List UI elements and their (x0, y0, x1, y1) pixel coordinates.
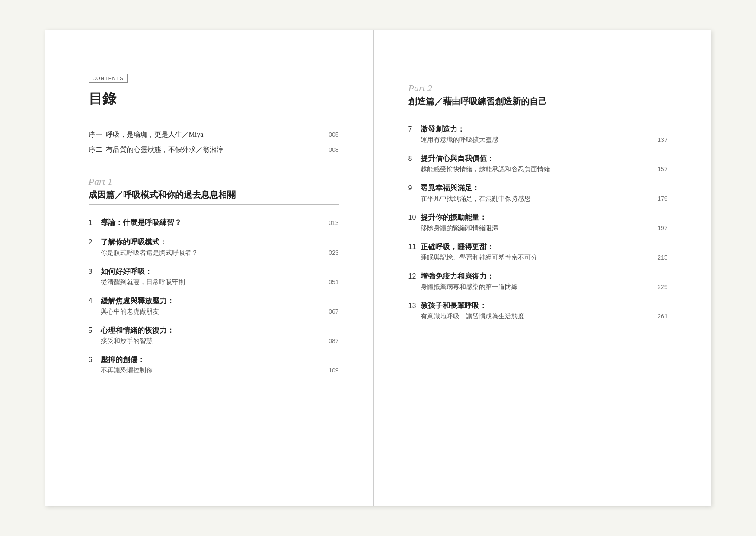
chapter-item-13: 13 教孩子和長輩呼吸： 有意識地呼吸，讓習慣成為生活態度 261 (408, 301, 668, 321)
preface-item-1: 序一 呼吸，是瑜珈，更是人生／Miya 005 (89, 130, 339, 139)
preface-page-2: 008 (317, 146, 339, 153)
chapter-header-12: 12 增強免疫力和康復力： (408, 271, 668, 281)
top-line-left (89, 65, 339, 65)
chapter-title-10: 提升你的振動能量： (421, 212, 668, 222)
preface-item-2: 序二 有品質的心靈狀態，不假外求／翁湘淳 008 (89, 145, 339, 154)
chapter-number-9: 9 (408, 184, 421, 192)
top-line-right (408, 65, 668, 65)
chapter-item-2: 2 了解你的呼吸模式： 你是腹式呼吸者還是胸式呼吸者？ 023 (89, 237, 339, 257)
chapter-number-11: 11 (408, 243, 421, 251)
chapter-subtitle-row-5: 接受和放手的智慧 087 (89, 337, 339, 345)
preface-text-1: 呼吸，是瑜珈，更是人生／Miya (106, 130, 317, 139)
chapter-header-5: 5 心理和情緒的恢復力： (89, 325, 339, 335)
chapter-subtitle-10: 移除身體的緊繃和情緒阻滯 (408, 224, 646, 232)
chapter-subtitle-13: 有意識地呼吸，讓習慣成為生活態度 (408, 312, 646, 321)
chapter-title-4: 緩解焦慮與釋放壓力： (101, 296, 339, 306)
chapter-header-11: 11 正確呼吸，睡得更甜： (408, 242, 668, 252)
chapter-number-2: 2 (89, 238, 101, 246)
book-page: CONTENTS 目錄 序一 呼吸，是瑜珈，更是人生／Miya 005 序二 有… (45, 30, 711, 506)
page: CONTENTS 目錄 序一 呼吸，是瑜珈，更是人生／Miya 005 序二 有… (0, 0, 756, 536)
chapter-subtitle-row-11: 睡眠與記憶、學習和神經可塑性密不可分 215 (408, 254, 668, 262)
right-page: Part 2 創造篇／藉由呼吸練習創造新的自己 7 激發創造力： 運用有意識的呼… (374, 30, 711, 506)
chapter-header-2: 2 了解你的呼吸模式： (89, 237, 339, 247)
chapter-title-11: 正確呼吸，睡得更甜： (421, 242, 668, 252)
chapter-number-8: 8 (408, 155, 421, 163)
chapter-subtitle-7: 運用有意識的呼吸擴大靈感 (408, 136, 646, 144)
chapter-title-5: 心理和情緒的恢復力： (101, 325, 339, 335)
chapter-number-5: 5 (89, 327, 101, 334)
chapter-subtitle-row-10: 移除身體的緊繃和情緒阻滯 197 (408, 224, 668, 232)
left-chapters: 1 導論：什麼是呼吸練習？ 013 2 了解你的呼吸模式： 你是腹式呼吸者還是胸… (89, 218, 339, 375)
chapter-page-4: 067 (317, 308, 339, 315)
right-part-title: 創造篇／藉由呼吸練習創造新的自己 (408, 96, 668, 111)
chapter-title-2: 了解你的呼吸模式： (101, 237, 339, 247)
chapter-item-9: 9 尋覓幸福與滿足： 在平凡中找到滿足，在混亂中保持感恩 179 (408, 183, 668, 203)
preface-page-1: 005 (317, 131, 339, 138)
chapter-page-8: 157 (646, 166, 668, 173)
preface-text-2: 有品質的心靈狀態，不假外求／翁湘淳 (106, 145, 317, 154)
chapter-number-1: 1 (89, 219, 101, 227)
chapter-header-13: 13 教孩子和長輩呼吸： (408, 301, 668, 311)
chapter-title-9: 尋覓幸福與滿足： (421, 183, 668, 193)
preface-section: 序一 呼吸，是瑜珈，更是人生／Miya 005 序二 有品質的心靈狀態，不假外求… (89, 130, 339, 154)
chapter-page-6: 109 (317, 367, 339, 374)
chapter-header-6: 6 壓抑的創傷： (89, 355, 339, 365)
chapter-subtitle-row-4: 與心中的老虎做朋友 067 (89, 308, 339, 316)
chapter-subtitle-12: 身體抵禦病毒和感染的第一道防線 (408, 283, 646, 291)
chapter-subtitle-2: 你是腹式呼吸者還是胸式呼吸者？ (89, 249, 317, 257)
chapter-subtitle-row-13: 有意識地呼吸，讓習慣成為生活態度 261 (408, 312, 668, 321)
chapter-item-10: 10 提升你的振動能量： 移除身體的緊繃和情緒阻滯 197 (408, 212, 668, 232)
chapter-header-9: 9 尋覓幸福與滿足： (408, 183, 668, 193)
chapter-subtitle-5: 接受和放手的智慧 (89, 337, 317, 345)
chapter-title-7: 激發創造力： (421, 124, 668, 134)
chapter-subtitle-row-3: 從清醒到就寢，日常呼吸守則 051 (89, 278, 339, 286)
chapter-subtitle-row-6: 不再讓恐懼控制你 109 (89, 366, 339, 375)
chapter-page-12: 229 (646, 283, 668, 290)
left-part-title: 成因篇／呼吸模式和你的過去息息相關 (89, 189, 339, 205)
chapter-number-10: 10 (408, 214, 421, 221)
chapter-subtitle-row-8: 越能感受愉快情緒，越能承認和容忍負面情緒 157 (408, 165, 668, 173)
chapter-item-7: 7 激發創造力： 運用有意識的呼吸擴大靈感 137 (408, 124, 668, 144)
chapter-item-3: 3 如何好好呼吸： 從清醒到就寢，日常呼吸守則 051 (89, 266, 339, 286)
preface-label-1: 序一 (89, 130, 106, 139)
left-part-section: Part 1 成因篇／呼吸模式和你的過去息息相關 (89, 176, 339, 205)
chapter-page-9: 179 (646, 195, 668, 202)
chapter-subtitle-row-7: 運用有意識的呼吸擴大靈感 137 (408, 136, 668, 144)
chapter-number-4: 4 (89, 297, 101, 305)
chapter-number-12: 12 (408, 273, 421, 280)
right-part-label: Part 2 (408, 83, 668, 94)
chapter-page-5: 087 (317, 337, 339, 344)
chapter-page-3: 051 (317, 279, 339, 286)
page-main-title: 目錄 (89, 90, 339, 109)
chapter-page-10: 197 (646, 225, 668, 231)
chapter-subtitle-row-2: 你是腹式呼吸者還是胸式呼吸者？ 023 (89, 249, 339, 257)
chapter-header-7: 7 激發創造力： (408, 124, 668, 134)
left-part-label: Part 1 (89, 176, 339, 187)
chapter-subtitle-8: 越能感受愉快情緒，越能承認和容忍負面情緒 (408, 165, 646, 173)
right-part-section: Part 2 創造篇／藉由呼吸練習創造新的自己 (408, 83, 668, 111)
chapter-subtitle-3: 從清醒到就寢，日常呼吸守則 (89, 278, 317, 286)
chapter-page-7: 137 (646, 136, 668, 143)
chapter-title-3: 如何好好呼吸： (101, 266, 339, 276)
chapter-page-11: 215 (646, 254, 668, 261)
chapter-number-7: 7 (408, 125, 421, 133)
chapter-page-13: 261 (646, 313, 668, 320)
chapter-number-6: 6 (89, 356, 101, 364)
chapter-page-1: 013 (317, 219, 339, 226)
chapter-item-12: 12 增強免疫力和康復力： 身體抵禦病毒和感染的第一道防線 229 (408, 271, 668, 291)
preface-label-2: 序二 (89, 145, 106, 154)
chapter-item-8: 8 提升信心與自我價值： 越能感受愉快情緒，越能承認和容忍負面情緒 157 (408, 154, 668, 173)
right-chapters: 7 激發創造力： 運用有意識的呼吸擴大靈感 137 8 提升信心與自我價值： (408, 124, 668, 321)
chapter-page-2: 023 (317, 249, 339, 256)
chapter-title-1: 導論：什麼是呼吸練習？ (101, 218, 317, 228)
chapter-header-10: 10 提升你的振動能量： (408, 212, 668, 222)
chapter-number-3: 3 (89, 268, 101, 276)
chapter-subtitle-4: 與心中的老虎做朋友 (89, 308, 317, 316)
chapter-header-4: 4 緩解焦慮與釋放壓力： (89, 296, 339, 306)
chapter-item-5: 5 心理和情緒的恢復力： 接受和放手的智慧 087 (89, 325, 339, 345)
chapter-title-12: 增強免疫力和康復力： (421, 271, 668, 281)
chapter-item-11: 11 正確呼吸，睡得更甜： 睡眠與記憶、學習和神經可塑性密不可分 215 (408, 242, 668, 262)
chapter-item-4: 4 緩解焦慮與釋放壓力： 與心中的老虎做朋友 067 (89, 296, 339, 316)
chapter-subtitle-row-12: 身體抵禦病毒和感染的第一道防線 229 (408, 283, 668, 291)
chapter-subtitle-11: 睡眠與記憶、學習和神經可塑性密不可分 (408, 254, 646, 262)
